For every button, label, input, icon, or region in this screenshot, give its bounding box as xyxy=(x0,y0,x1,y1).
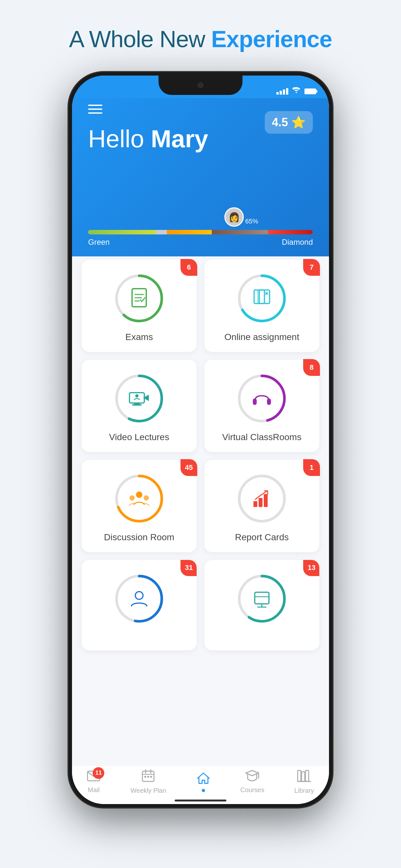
nav-weekly-plan[interactable]: Weekly Plan xyxy=(130,769,166,795)
mail-label: Mail xyxy=(88,786,100,794)
star-icon: ⭐ xyxy=(291,116,306,129)
home-icon xyxy=(196,771,211,788)
video-circle xyxy=(113,373,165,424)
nav-library[interactable]: Library xyxy=(294,769,314,795)
svg-rect-54 xyxy=(305,771,309,781)
signal-icon xyxy=(276,88,288,95)
title-highlight: Experience xyxy=(211,26,332,52)
mail-badge: 11 xyxy=(93,767,104,779)
status-icons xyxy=(276,87,316,96)
progress-labels: Green Diamond xyxy=(88,238,313,247)
item8-badge: 13 xyxy=(303,560,319,576)
report-circle xyxy=(236,473,288,524)
svg-rect-52 xyxy=(298,771,301,781)
grid-row-1: 6 xyxy=(82,259,319,352)
classrooms-badge: 8 xyxy=(303,359,320,376)
notch xyxy=(158,75,243,95)
assignment-label: Online assignment xyxy=(224,332,299,342)
item8-circle xyxy=(236,573,288,624)
exams-circle xyxy=(113,273,165,324)
item7-circle xyxy=(113,573,165,624)
classrooms-circle xyxy=(236,373,288,424)
nav-mail[interactable]: 11 Mail xyxy=(87,770,100,794)
nav-courses[interactable]: Courses xyxy=(240,770,264,794)
camera xyxy=(197,82,204,88)
progress-section: 👩 65% Green Diamond xyxy=(72,230,329,247)
exams-badge: 6 xyxy=(181,259,197,276)
phone-wrapper: 9:41 xyxy=(68,72,333,808)
virtual-classrooms-card[interactable]: 8 xyxy=(204,360,319,452)
progress-percent: 65% xyxy=(245,218,258,225)
item7-card[interactable]: 31 xyxy=(82,560,197,650)
video-label: Video Lectures xyxy=(109,432,169,442)
grid-row-3: 45 xyxy=(82,460,319,552)
grid-row-4: 31 xyxy=(82,560,319,650)
video-lectures-card[interactable]: Video Lectures xyxy=(82,360,197,452)
report-badge: 1 xyxy=(303,459,320,476)
phone-screen: 9:41 xyxy=(72,75,329,804)
avatar: 👩 xyxy=(224,207,244,227)
courses-label: Courses xyxy=(240,786,264,794)
online-assignment-card[interactable]: 7 xyxy=(204,259,319,352)
wifi-icon xyxy=(292,87,301,96)
page-title: A Whole New Experience xyxy=(69,26,332,52)
progress-track xyxy=(88,230,313,235)
assignment-badge: 7 xyxy=(303,259,320,276)
home-indicator xyxy=(175,800,226,802)
courses-icon xyxy=(245,770,259,784)
svg-rect-49 xyxy=(147,776,149,778)
level-end: Diamond xyxy=(282,238,313,247)
nav-home[interactable] xyxy=(196,771,211,792)
battery-icon xyxy=(305,89,316,94)
rating-badge: 4.5 ⭐ xyxy=(265,111,313,134)
svg-rect-48 xyxy=(144,776,146,778)
main-content: 6 xyxy=(72,250,329,765)
report-cards-card[interactable]: 1 xyxy=(204,460,319,552)
phone-shell: 9:41 xyxy=(68,72,333,808)
library-icon xyxy=(297,769,311,785)
report-label: Report Cards xyxy=(235,532,289,542)
classrooms-label: Virtual ClassRooms xyxy=(222,432,301,442)
weekly-plan-label: Weekly Plan xyxy=(130,787,166,795)
calendar-icon xyxy=(142,769,155,785)
item7-badge: 31 xyxy=(181,560,197,576)
bottom-nav: 11 Mail xyxy=(72,765,329,804)
item8-card[interactable]: 13 xyxy=(204,560,319,650)
hero-section: Hello Mary 4.5 ⭐ 👩 65% xyxy=(72,75,329,256)
svg-rect-53 xyxy=(302,772,305,781)
discussion-label: Discussion Room xyxy=(104,532,174,542)
assignment-circle xyxy=(236,273,288,324)
svg-rect-50 xyxy=(150,776,152,778)
exams-label: Exams xyxy=(125,332,153,342)
rating-number: 4.5 xyxy=(272,116,288,129)
level-start: Green xyxy=(88,238,110,247)
grid-row-2: Video Lectures 8 xyxy=(82,360,319,452)
library-label: Library xyxy=(294,787,314,795)
exams-card[interactable]: 6 xyxy=(82,259,197,352)
discussion-room-card[interactable]: 45 xyxy=(82,460,197,552)
title-prefix: A Whole New xyxy=(69,26,211,52)
discussion-badge: 45 xyxy=(181,459,197,476)
home-active-dot xyxy=(202,789,205,792)
discussion-circle xyxy=(113,473,165,524)
